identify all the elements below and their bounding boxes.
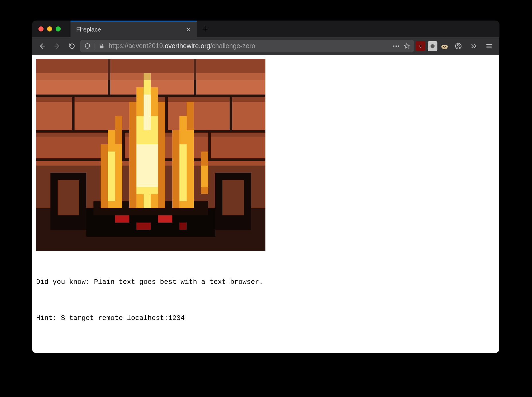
account-icon[interactable] — [452, 40, 465, 53]
extension-ublock-icon[interactable]: u — [416, 41, 425, 51]
forward-button[interactable] — [50, 40, 64, 53]
svg-rect-35 — [158, 215, 172, 223]
tab-title: Fireplace — [76, 26, 101, 33]
address-bar[interactable]: https://advent2019.overthewire.org/chall… — [80, 40, 414, 52]
svg-rect-30 — [222, 180, 244, 215]
minimize-window-button[interactable] — [47, 26, 52, 32]
bookmark-star-icon[interactable] — [404, 43, 410, 49]
svg-rect-23 — [122, 130, 125, 158]
svg-rect-20 — [72, 95, 75, 130]
toolbar: https://advent2019.overthewire.org/chall… — [32, 37, 499, 55]
svg-rect-33 — [115, 215, 129, 223]
tab-strip: Fireplace — [32, 21, 499, 37]
browser-tab[interactable]: Fireplace — [71, 21, 197, 37]
svg-rect-34 — [136, 223, 151, 230]
text-line-1: Did you know: Plain text goes best with … — [36, 277, 495, 287]
lock-icon[interactable] — [99, 43, 105, 49]
svg-rect-52 — [201, 166, 208, 187]
close-window-button[interactable] — [38, 26, 44, 32]
page-viewport[interactable]: Did you know: Plain text goes best with … — [32, 55, 499, 353]
svg-point-7 — [444, 47, 445, 48]
svg-rect-40 — [115, 116, 122, 144]
separator — [95, 43, 95, 50]
svg-point-1 — [393, 45, 395, 47]
svg-rect-39 — [108, 152, 115, 201]
svg-point-6 — [445, 46, 446, 47]
close-tab-button[interactable] — [185, 26, 192, 33]
url-domain: overthewire.org — [165, 42, 210, 50]
browser-window: Fireplace https://a — [32, 21, 499, 353]
reload-button[interactable] — [65, 40, 79, 53]
fireplace-image — [36, 59, 265, 251]
maximize-window-button[interactable] — [56, 26, 61, 32]
new-tab-button[interactable] — [197, 21, 213, 37]
extension-icon[interactable] — [428, 41, 437, 51]
hamburger-menu-icon[interactable] — [483, 40, 496, 53]
svg-rect-28 — [58, 180, 79, 215]
svg-rect-45 — [144, 95, 151, 130]
svg-point-9 — [457, 44, 459, 46]
back-button[interactable] — [36, 40, 49, 53]
svg-rect-49 — [179, 144, 187, 201]
tracking-shield-icon[interactable] — [84, 43, 91, 49]
svg-point-3 — [398, 45, 399, 47]
page-body-text: Did you know: Plain text goes best with … — [36, 257, 495, 349]
url-suffix: /challenge-zero — [210, 42, 255, 50]
page-actions-button[interactable] — [393, 45, 400, 47]
svg-rect-36 — [179, 223, 187, 230]
overflow-chevrons-icon[interactable] — [467, 40, 480, 53]
svg-rect-50 — [187, 102, 194, 130]
extension-icons: u — [416, 40, 496, 53]
svg-rect-24 — [208, 130, 211, 158]
svg-rect-0 — [100, 46, 103, 48]
window-controls — [38, 26, 61, 32]
svg-rect-22 — [230, 95, 232, 130]
url-text: https://advent2019.overthewire.org/chall… — [109, 42, 389, 50]
svg-point-5 — [443, 46, 444, 47]
svg-rect-21 — [165, 95, 168, 130]
svg-point-2 — [396, 45, 397, 47]
extension-badger-icon[interactable] — [440, 41, 449, 51]
svg-rect-46 — [136, 144, 158, 187]
url-prefix: https://advent2019. — [109, 42, 165, 50]
text-line-2: Hint: $ target remote localhost:1234 — [36, 313, 495, 323]
svg-rect-53 — [36, 59, 265, 80]
